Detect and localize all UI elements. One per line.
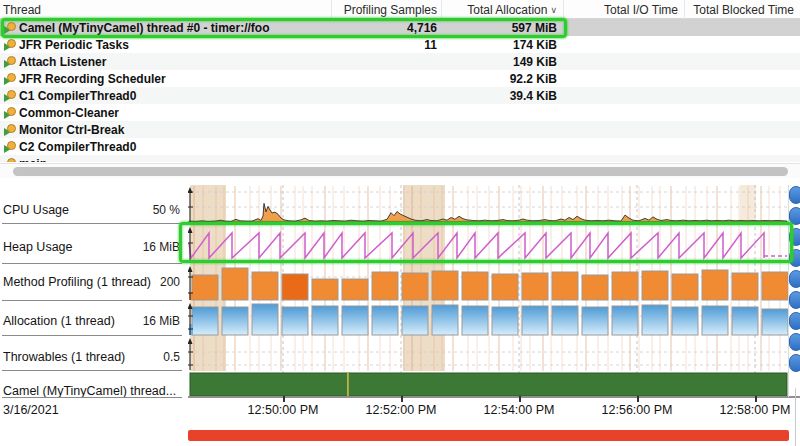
table-row[interactable]: Camel (MyTinyCamel) thread #0 - timer://… <box>0 19 800 36</box>
column-header-total-io-time[interactable]: Total I/O Time <box>567 3 678 17</box>
column-header-thread[interactable]: Thread <box>3 3 41 17</box>
time-tick-label: 12:58:00 PM <box>705 403 800 417</box>
thread-name: JFR Recording Scheduler <box>19 72 166 86</box>
method-profiling-bar <box>582 275 608 300</box>
column-header-total-allocation[interactable]: Total Allocation∨ <box>445 3 557 17</box>
table-row[interactable]: C2 CompilerThread0 <box>0 138 800 155</box>
thread-circle-icon <box>7 39 16 48</box>
cell-alloc: 174 KiB <box>445 38 557 52</box>
time-tick-mark <box>401 396 403 402</box>
table-row[interactable]: JFR Recording Scheduler92.2 KiB <box>0 70 800 87</box>
lane-axis-tick-label: 0.5 <box>118 350 180 364</box>
table-row[interactable]: Attach Listener149 KiB <box>0 53 800 70</box>
thread-icon <box>4 39 16 51</box>
table-horizontal-scrollbar[interactable] <box>0 163 800 178</box>
allocation-bar <box>252 304 278 335</box>
thread-circle-icon <box>7 124 16 133</box>
axis-date-label: 3/16/2021 <box>3 403 59 417</box>
profiler-window: { "table": { "columns": { "thread": "Thr… <box>0 0 800 446</box>
time-tick-label: 12:50:00 PM <box>233 403 333 417</box>
thread-icon <box>4 90 16 102</box>
allocation-bar <box>552 306 578 335</box>
thread-circle-icon <box>7 56 16 65</box>
cell-alloc: 597 MiB <box>445 21 557 35</box>
legend-pill-button[interactable] <box>789 291 800 309</box>
table-row[interactable]: Monitor Ctrl-Break <box>0 121 800 138</box>
timeline-plot[interactable] <box>188 185 800 398</box>
lane-separator <box>2 300 182 301</box>
table-row[interactable]: Common-Cleaner <box>0 104 800 121</box>
thread-circle-icon <box>7 90 16 99</box>
method-profiling-bar <box>702 270 728 300</box>
method-profiling-bar <box>432 271 458 300</box>
allocation-bar <box>372 306 398 335</box>
allocation-bar <box>522 306 548 335</box>
allocation-bar <box>462 306 488 335</box>
method-profiling-bar <box>252 272 278 300</box>
method-profiling-bar <box>522 273 548 300</box>
legend-pill-button[interactable] <box>789 207 800 225</box>
thread-name: Camel (MyTinyCamel) thread #0 - timer://… <box>19 21 270 35</box>
legend-pill-button[interactable] <box>789 354 800 372</box>
lane-axis-tick-label: 16 MiB <box>118 240 180 254</box>
lane-separator <box>2 263 182 264</box>
legend-pill-button[interactable] <box>789 270 800 288</box>
column-header-total-blocked-time[interactable]: Total Blocked Time <box>688 3 794 17</box>
method-profiling-bar <box>612 272 638 300</box>
table-row[interactable]: C1 CompilerThread039.4 KiB <box>0 87 800 104</box>
method-profiling-bar <box>282 274 308 300</box>
lane-separator <box>2 397 182 398</box>
method-profiling-bar <box>312 279 338 300</box>
legend-pill-button[interactable] <box>789 186 800 204</box>
legend-pill-button[interactable] <box>789 333 800 351</box>
lane-axis-tick-label: 200 <box>118 275 180 289</box>
chart-legend-pill-strip <box>789 186 800 386</box>
cell-samples: 11 <box>335 38 437 52</box>
table-row[interactable]: main <box>0 155 800 162</box>
allocation-bar <box>492 307 518 335</box>
lane-label-column: CPU Usage50 %Heap Usage16 MiBMethod Prof… <box>0 185 188 398</box>
lane-separator <box>2 223 182 224</box>
thread-icon <box>4 56 16 68</box>
lane-separator <box>2 335 182 336</box>
panel-edge-line <box>795 388 796 446</box>
thread-name: C2 CompilerThread0 <box>19 140 136 154</box>
thread-name: main <box>19 157 47 162</box>
time-tick-label: 12:56:00 PM <box>587 403 687 417</box>
legend-pill-button[interactable] <box>789 312 800 330</box>
time-tick-mark <box>755 396 757 402</box>
method-profiling-bar <box>552 272 578 300</box>
scrollbar-thumb[interactable] <box>13 167 788 176</box>
time-tick-label: 12:54:00 PM <box>469 403 569 417</box>
allocation-bar <box>762 309 788 335</box>
method-profiling-bar <box>462 272 488 300</box>
sort-descending-icon: ∨ <box>550 5 557 15</box>
thread-name: Common-Cleaner <box>19 106 119 120</box>
thread-circle-icon <box>7 107 16 116</box>
camel-activity-span <box>190 373 787 396</box>
time-tick-mark <box>519 396 521 402</box>
thread-name: JFR Periodic Tasks <box>19 38 129 52</box>
thread-circle-icon <box>7 22 16 31</box>
thread-circle-icon <box>7 158 16 162</box>
allocation-bar <box>312 306 338 335</box>
thread-icon <box>4 107 16 119</box>
method-profiling-bar <box>732 273 758 300</box>
lane-label-throwables: Throwables (1 thread) <box>3 350 125 364</box>
method-profiling-bar <box>342 279 368 300</box>
method-profiling-bar <box>762 272 788 300</box>
table-row[interactable]: JFR Periodic Tasks11174 KiB <box>0 36 800 53</box>
thread-icon <box>4 22 16 34</box>
method-profiling-bar <box>372 272 398 300</box>
timeline-range-scrollbar[interactable] <box>188 430 789 441</box>
method-profiling-bar <box>492 274 518 300</box>
lane-label-cpu: CPU Usage <box>3 203 69 217</box>
method-profiling-bar <box>642 271 668 300</box>
time-tick-mark <box>637 396 639 402</box>
thread-name: Monitor Ctrl-Break <box>19 123 124 137</box>
column-header-profiling-samples[interactable]: Profiling Samples <box>335 3 437 17</box>
legend-pill-button[interactable] <box>789 249 800 267</box>
lane-label-heap: Heap Usage <box>3 240 73 254</box>
time-tick-label: 12:52:00 PM <box>351 403 451 417</box>
legend-pill-button[interactable] <box>789 228 800 246</box>
